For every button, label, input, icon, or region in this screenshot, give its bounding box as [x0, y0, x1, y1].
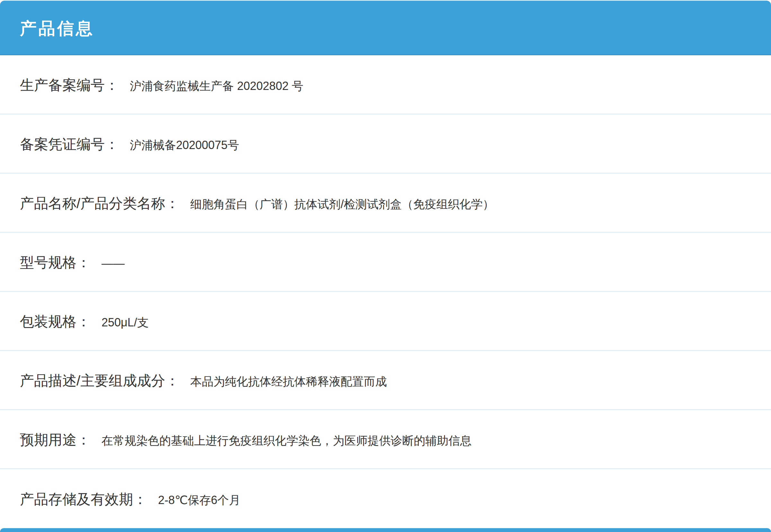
field-label: 型号规格：: [20, 255, 91, 270]
field-label: 产品描述/主要组成成分：: [20, 374, 179, 388]
row-production-record-number: 生产备案编号： 沪浦食药监械生产备 20202802 号: [0, 55, 771, 114]
field-value: 2-8℃保存6个月: [158, 493, 240, 507]
field-value: 250μL/支: [102, 315, 149, 330]
field-value: 细胞角蛋白（广谱）抗体试剂/检测试剂盒（免疫组织化学）: [190, 197, 494, 211]
row-intended-use: 预期用途： 在常规染色的基础上进行免疫组织化学染色，为医师提供诊断的辅助信息: [0, 410, 771, 469]
row-product-name: 产品名称/产品分类名称： 细胞角蛋白（广谱）抗体试剂/检测试剂盒（免疫组织化学）: [0, 173, 771, 233]
field-value: 沪浦食药监械生产备 20202802 号: [130, 79, 303, 93]
field-value: ——: [102, 256, 125, 270]
next-section-header-partial: [0, 528, 771, 532]
field-label: 产品名称/产品分类名称：: [20, 196, 179, 210]
field-value: 在常规染色的基础上进行免疫组织化学染色，为医师提供诊断的辅助信息: [102, 433, 472, 448]
row-product-description: 产品描述/主要组成成分： 本品为纯化抗体经抗体稀释液配置而成: [0, 351, 771, 410]
field-value: 沪浦械备20200075号: [130, 138, 239, 152]
product-info-page: 产品信息 生产备案编号： 沪浦食药监械生产备 20202802 号 备案凭证编号…: [0, 0, 771, 532]
field-value: 本品为纯化抗体经抗体稀释液配置而成: [190, 374, 387, 389]
field-label: 生产备案编号：: [20, 78, 119, 92]
section-header-product-info: 产品信息: [0, 1, 771, 55]
field-label: 产品存储及有效期：: [20, 492, 147, 506]
field-label: 预期用途：: [20, 433, 91, 447]
row-model-spec: 型号规格： ——: [0, 233, 771, 292]
row-package-spec: 包装规格： 250μL/支: [0, 292, 771, 351]
row-record-certificate-number: 备案凭证编号： 沪浦械备20200075号: [0, 114, 771, 173]
row-storage-and-validity: 产品存储及有效期： 2-8℃保存6个月: [0, 469, 771, 528]
product-info-table: 生产备案编号： 沪浦食药监械生产备 20202802 号 备案凭证编号： 沪浦械…: [0, 55, 771, 528]
field-label: 包装规格：: [20, 315, 91, 329]
field-label: 备案凭证编号：: [20, 137, 119, 151]
section-title: 产品信息: [20, 19, 94, 37]
